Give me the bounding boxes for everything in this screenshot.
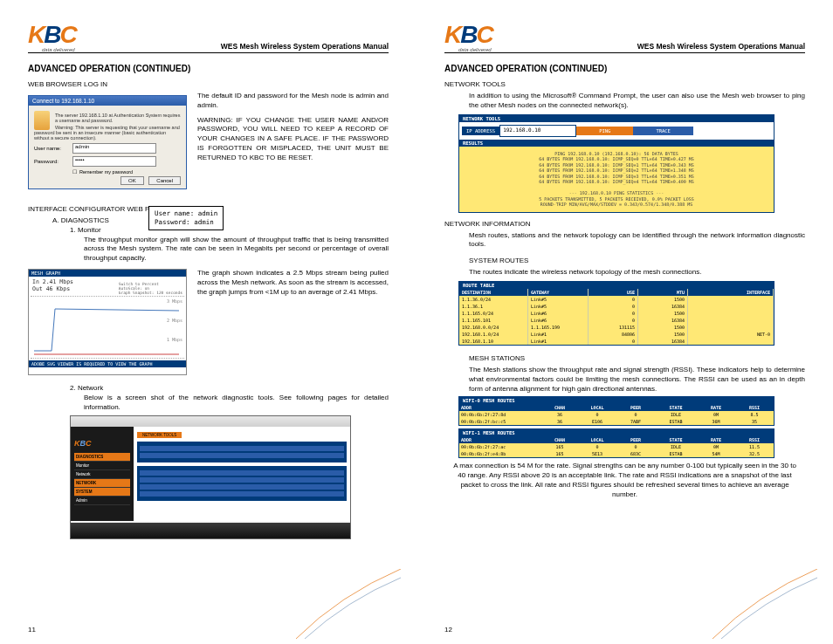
login-warning-paragraph: WARNING: IF YOU CHANGE THE USER NAME AND… [197, 116, 389, 163]
web-login-label: WEB BROWSER LOG IN [28, 80, 389, 88]
graph-plot-area: 3 Mbps 2 Mbps 1 Mbps [31, 296, 184, 359]
route-row: 1.1.165.101Link#6016384 [459, 317, 774, 324]
login-titlebar: Connect to 192.168.1.10 [29, 96, 186, 106]
mesh-row: 00:0b:6b:2f:27:ac16500IDLE0M11.5 [459, 443, 774, 450]
nt-header: NETWORK TOOLS [459, 115, 774, 122]
mesh-row: 00:0b:6b:2f:27:8d3600IDLE0M8.5 [459, 411, 774, 418]
network-tools-text: In addition to using the Microsoft® Comm… [469, 92, 805, 111]
graph-footer: ADOBE SVG VIEWER IS REQUIRED TO VIEW THE… [29, 360, 186, 367]
diag-1: 1. Monitor [70, 226, 389, 236]
header-title: WES Mesh Wireless System Operations Manu… [28, 42, 389, 53]
network-diag-screenshot: KBC DIAGNOSTICS Monitor Network NETWORK … [70, 415, 351, 539]
header-title: WES Mesh Wireless System Operations Manu… [444, 42, 805, 53]
network-info-label: NETWORK INFORMATION [444, 220, 805, 228]
route-row: 1.1.165.0/24Link#601500 [459, 310, 774, 317]
section-title: ADVANCED OPERATION (CONTINUED) [444, 64, 805, 73]
route-table: ROUTE TABLE DESTINATION GATEWAY USE MTU … [458, 281, 774, 346]
network-tools-panel: NETWORK TOOLS IP ADDRESS 192.168.0.10 PI… [458, 114, 774, 213]
credentials-callout: User name: admin Password: admin [148, 206, 224, 230]
graph-line-svg [31, 297, 184, 358]
page-12: KBC data delivered WES Mesh Wireless Sys… [416, 0, 833, 644]
remember-checkbox[interactable]: ☐ Remember my password [72, 169, 181, 175]
route-row: 1.1.36.1Link#5016384 [459, 303, 774, 310]
password-input[interactable]: ••••• [72, 156, 156, 167]
throughput-graph: MESH GRAPH In 2.41 Mbps Out 46 Kbps Swit… [28, 269, 187, 375]
page-number: 11 [28, 626, 36, 634]
route-row: 192.168.1.10Link#1016384 [459, 338, 774, 345]
network-info-text: Mesh routes, stations and the network to… [469, 231, 805, 250]
graph-description: The graph shown indicates a 2.5 Mbps str… [197, 269, 389, 297]
route-row: 192.168.1.0/24Link#1848061500NET-0 [459, 331, 774, 338]
page-11: KBC data delivered WES Mesh Wireless Sys… [0, 0, 416, 644]
results-header: RESULTS [459, 140, 774, 147]
route-row: 192.168.0.0/241.1.165.1991311151500 [459, 324, 774, 331]
cancel-button[interactable]: Cancel [148, 176, 181, 185]
page-number: 12 [444, 626, 452, 634]
login-server-text: The server 192.168.1.10 at Authenticatio… [34, 113, 181, 123]
trace-button[interactable]: TRACE [633, 127, 693, 135]
diag-2: 2. Network [70, 384, 389, 394]
section-title: ADVANCED OPERATION (CONTINUED) [28, 64, 389, 73]
document-spread: KBC data delivered WES Mesh Wireless Sys… [0, 0, 833, 644]
system-routes-label: SYSTEM ROUTES [469, 257, 805, 264]
mesh-stations-label: MESH STATIONS [469, 354, 805, 362]
login-dialog: Connect to 192.168.1.10 The server 192.1… [28, 95, 187, 189]
diag-1-text: The throughput monitor graph will show t… [84, 236, 389, 264]
password-label: Password: [34, 159, 72, 164]
mesh-row: 00:0b:6b:2f:bc:c536E1067ABFESTAB36M35 [459, 418, 774, 425]
username-label: User name: [34, 146, 72, 151]
route-row: 1.1.36.0/24Link#501500 [459, 296, 774, 303]
swoosh-graphic [713, 569, 817, 639]
mesh-row: 00:0b:6b:2f:e4:8b1655E13683CESTAB54M32.5 [459, 450, 774, 457]
mesh-stations-text: The Mesh stations show the throughput ra… [469, 366, 805, 394]
lock-keys-icon [34, 111, 50, 130]
network-tools-label: NETWORK TOOLS [444, 80, 805, 88]
login-warning-text: Warning: This server is requesting that … [34, 125, 181, 140]
wifi0-mesh-table: WIFI-0 MESH ROUTES ADDR CHAN LOCAL PEER … [458, 396, 774, 426]
swoosh-graphic [296, 569, 401, 639]
ip-address-input[interactable]: 192.168.0.10 [499, 125, 576, 137]
ping-button[interactable]: PING [576, 127, 633, 135]
ok-button[interactable]: OK [120, 176, 144, 185]
ss-tab: NETWORK TOOLS [137, 432, 182, 438]
username-input[interactable]: admin [72, 143, 156, 154]
graph-header: MESH GRAPH [29, 270, 186, 277]
ss-sidebar-nav: DIAGNOSTICS Monitor Network NETWORK SYST… [74, 453, 130, 505]
login-default-text: The default ID and password for the Mesh… [197, 92, 389, 111]
ping-results: PING 192.168.0.10 (192.168.0.10): 56 DAT… [459, 147, 774, 212]
system-routes-text: The routes indicate the wireless network… [469, 268, 805, 277]
wifi1-mesh-table: WIFI-1 MESH ROUTES ADDR CHAN LOCAL PEER … [458, 428, 774, 458]
diag-2-text: Below is a screen shot of the network di… [84, 394, 389, 413]
ip-address-label: IP ADDRESS [462, 127, 499, 135]
tail-text: A max connection is 54 M for the rate. S… [444, 462, 805, 499]
